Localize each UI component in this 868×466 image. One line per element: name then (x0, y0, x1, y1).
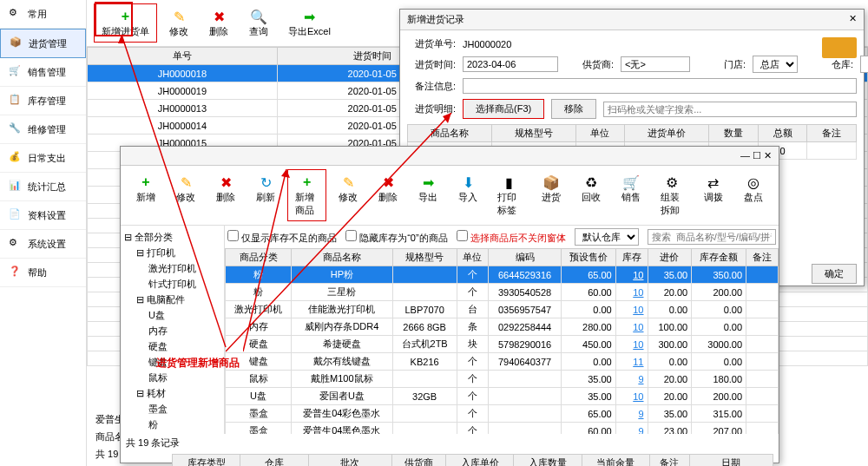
add-button[interactable]: +新增进货单 (94, 3, 157, 43)
sale-button[interactable]: 🛒销售 (613, 169, 649, 221)
goods-dialog-titlebar[interactable]: — ☐ ✕ (121, 147, 779, 166)
wrench-icon: 🔧 (9, 122, 23, 136)
table-row[interactable]: 墨盒爱普生04黑色墨水个60.00923.00207.00 (226, 423, 779, 435)
stock-select[interactable]: 默认仓库 (860, 56, 868, 73)
edit-button[interactable]: ✎修改 (161, 3, 197, 43)
tree-root[interactable]: ⊟ 全部分类 (124, 229, 220, 245)
delete-icon: ✖ (210, 8, 227, 25)
delete-icon: ✖ (217, 174, 234, 191)
note-input[interactable] (463, 78, 857, 94)
tree-leaf[interactable]: 粉 (124, 417, 220, 432)
table-row[interactable]: 内存威刚内存条DDR42666 8GB条0292258444280.001010… (226, 318, 779, 336)
tree-leaf[interactable]: 墨盒 (124, 401, 220, 417)
dialog-title-bar[interactable]: 新增进货记录 ✕ (400, 10, 864, 30)
remove-button[interactable]: 移除 (551, 99, 596, 119)
close-icon[interactable]: ✕ (849, 13, 857, 26)
date-input[interactable] (463, 56, 558, 72)
tree-leaf[interactable]: 鼠标 (124, 370, 220, 385)
print-button[interactable]: ▮打印标签 (490, 169, 529, 221)
transfer-button[interactable]: ⇄调拨 (695, 169, 732, 221)
add-button[interactable]: +新增 (128, 169, 164, 221)
maximize-icon[interactable]: ☐ (753, 150, 761, 161)
sidebar-item-repair[interactable]: 🔧维修管理 (0, 115, 86, 144)
export-icon: ➡ (419, 174, 437, 191)
recycle-button[interactable]: ♻回收 (573, 169, 609, 221)
add-goods-icon: + (299, 174, 316, 191)
sidebar-item-help[interactable]: ❓帮助 (0, 259, 86, 287)
stock-in-button[interactable]: 📦进货 (533, 169, 569, 221)
table-row[interactable]: 硬盘希捷硬盘台式机2TB块5798290016450.0010300.00300… (226, 336, 779, 353)
tree-leaf[interactable]: U盘 (124, 307, 220, 323)
tree-node[interactable]: ⊟ 电脑配件 (124, 292, 220, 307)
refresh-button[interactable]: ↻刷新 (247, 169, 284, 221)
stock-label: 仓库: (805, 58, 853, 71)
export-icon: ➡ (300, 8, 318, 25)
sidebar-item-data[interactable]: 📄资料设置 (0, 201, 86, 230)
truck-icon (822, 37, 857, 58)
scan-search-input[interactable] (603, 102, 857, 117)
edit-icon: ✎ (177, 174, 194, 191)
recycle-icon: ♻ (582, 174, 600, 191)
sidebar-item-stats[interactable]: 📊统计汇总 (0, 173, 86, 201)
export-button[interactable]: ➡导出 (410, 169, 446, 221)
stock-filter-select[interactable]: 默认仓库 (575, 228, 639, 246)
select-goods-button[interactable]: 选择商品(F3) (463, 99, 544, 119)
store-select[interactable]: 总店 (753, 56, 798, 73)
sidebar-item-common[interactable]: ⚙常用 (0, 0, 86, 29)
query-icon: 🔍 (250, 8, 267, 25)
doc-icon: 📄 (9, 208, 23, 222)
delete2-icon: ✖ (379, 174, 397, 191)
gear-icon: ⚙ (9, 237, 23, 251)
close-icon[interactable]: ✕ (764, 150, 772, 161)
delete-button[interactable]: ✖删除 (201, 3, 237, 43)
sidebar-item-stock[interactable]: 📋库存管理 (0, 87, 86, 115)
check-button[interactable]: ◎盘点 (735, 169, 772, 221)
split-button[interactable]: ⚙组装拆卸 (653, 169, 692, 221)
tree-leaf[interactable]: 硬盘 (124, 338, 220, 354)
sidebar-item-system[interactable]: ⚙系统设置 (0, 230, 86, 259)
table-row[interactable]: 粉HP粉个664452931665.001035.00350.00 (226, 266, 779, 284)
import-button[interactable]: ⬇导入 (450, 169, 486, 221)
list-icon: 📋 (9, 94, 23, 108)
split-icon: ⚙ (663, 174, 681, 191)
chk-low-stock[interactable]: 仅显示库存不足的商品 (227, 230, 337, 245)
supplier-input[interactable] (621, 56, 690, 72)
edit-button[interactable]: ✎修改 (168, 169, 204, 221)
query-button[interactable]: 🔍查询 (240, 3, 277, 43)
tree-leaf[interactable]: 激光打印机 (124, 260, 220, 276)
table-row[interactable]: 鼠标戴胜M100鼠标个35.00920.00180.00 (226, 371, 779, 388)
tree-node[interactable]: ⊟ 耗材 (124, 385, 220, 401)
edit2-button[interactable]: ✎修改 (330, 169, 366, 221)
table-row[interactable]: 墨盒爱普生04彩色墨水个65.00935.00315.00 (226, 405, 779, 423)
ok-button[interactable]: 确定 (812, 264, 857, 284)
table-row[interactable]: 激光打印机佳能激光打印机LBP7070台03569575470.00100.00… (226, 301, 779, 318)
stock-detail-grid[interactable]: 库存类型仓库批次供货商入库单价入库数量当前余量备注日期进货入库默认仓库JH000… (172, 454, 773, 466)
category-tree[interactable]: ⊟ 全部分类⊟ 打印机激光打印机针式打印机⊟ 电脑配件U盘内存硬盘键盘鼠标⊟ 耗… (121, 226, 225, 434)
order-no-label: 进货单号: (407, 37, 456, 50)
footer-total: 共 19 (95, 448, 118, 461)
tree-node[interactable]: ⊟ 打印机 (124, 245, 220, 260)
minimize-icon[interactable]: — (740, 150, 750, 161)
check-icon: ◎ (745, 174, 762, 191)
add-goods-button[interactable]: +新增商品 (287, 169, 326, 221)
tree-leaf[interactable]: 针式打印机 (124, 276, 220, 292)
goods-toolbar: +新增✎修改✖删除↻刷新+新增商品✎修改✖删除➡导出⬇导入▮打印标签📦进货♻回收… (121, 166, 779, 226)
tree-leaf[interactable]: 内存 (124, 323, 220, 338)
sidebar-item-sales[interactable]: 🛒销售管理 (0, 58, 86, 87)
sidebar-item-purchase[interactable]: 📦进货管理 (0, 29, 86, 58)
table-row[interactable]: U盘爱国者U盘32GB个35.001020.00200.00 (226, 388, 779, 405)
add-icon: + (117, 8, 135, 25)
sidebar-item-expense[interactable]: 💰日常支出 (0, 144, 86, 173)
table-row[interactable]: 键盘戴尔有线键盘KB216个79406403770.00110.000.00 (226, 353, 779, 371)
goods-grid[interactable]: 商品分类商品名称规格型号单位编码预设售价库存进价库存金额备注粉HP粉个66445… (225, 248, 779, 434)
refresh-icon: ↻ (257, 174, 274, 191)
order-no-value: JH0000020 (463, 39, 511, 49)
goods-search-input[interactable] (648, 229, 776, 245)
chk-hide-zero[interactable]: 隐藏库存为“0”的商品 (345, 230, 448, 245)
delete2-button[interactable]: ✖删除 (370, 169, 406, 221)
table-row[interactable]: 粉三星粉个393054052860.001020.00200.00 (226, 284, 779, 301)
print-icon: ▮ (501, 174, 518, 191)
export-button[interactable]: ➡导出Excel (280, 3, 339, 43)
delete-button[interactable]: ✖删除 (207, 169, 244, 221)
chk-keep-open[interactable]: 选择商品后不关闭窗体 (457, 230, 566, 245)
